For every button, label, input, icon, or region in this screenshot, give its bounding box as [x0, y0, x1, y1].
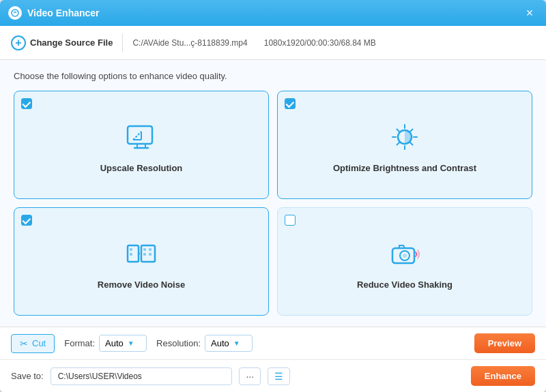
brightness-label: Optimize Brightness and Contrast — [333, 163, 476, 173]
content-area: Choose the following options to enhance … — [0, 60, 546, 327]
source-filename: C:/AVAide Stu...ç-8118839.mp4 — [132, 38, 247, 48]
svg-rect-21 — [149, 253, 152, 256]
folder-icon: ☰ — [274, 371, 283, 382]
svg-rect-1 — [128, 126, 152, 144]
upscale-icon — [122, 118, 160, 156]
brightness-icon — [386, 118, 424, 156]
option-upscale[interactable]: Upscale Resolution — [14, 91, 269, 199]
checkbox-noise[interactable] — [21, 215, 32, 226]
save-label: Save to: — [11, 371, 44, 381]
resolution-value: Auto — [211, 338, 229, 348]
format-group: Format: Auto ▼ — [64, 335, 147, 352]
svg-rect-18 — [143, 248, 146, 251]
shaking-icon — [386, 235, 424, 273]
svg-rect-17 — [130, 253, 132, 256]
cut-label: Cut — [32, 338, 46, 348]
svg-line-13 — [397, 142, 400, 145]
resolution-label: Resolution: — [156, 338, 201, 348]
option-shaking[interactable]: Reduce Video Shaking — [277, 207, 532, 316]
format-label: Format: — [64, 338, 95, 348]
resolution-select[interactable]: Auto ▼ — [205, 335, 253, 352]
source-meta: 1080x1920/00:00:30/68.84 MB — [264, 38, 376, 48]
checkbox-upscale[interactable] — [21, 98, 32, 109]
app-icon — [8, 6, 22, 20]
close-button[interactable]: × — [521, 5, 538, 21]
scissors-icon: ✂ — [20, 338, 28, 349]
window-title: Video Enhancer — [27, 7, 521, 18]
svg-rect-20 — [149, 248, 152, 251]
resolution-arrow-icon: ▼ — [233, 340, 240, 347]
format-value: Auto — [105, 338, 124, 348]
save-folder-button[interactable]: ☰ — [268, 367, 290, 385]
checkbox-shaking[interactable] — [285, 215, 296, 226]
svg-point-24 — [403, 254, 407, 258]
plus-icon: + — [11, 35, 26, 50]
main-window: Video Enhancer × + Change Source File C:… — [0, 0, 546, 392]
save-browse-button[interactable]: ··· — [239, 367, 261, 385]
save-path-input[interactable] — [51, 367, 233, 385]
format-arrow-icon: ▼ — [128, 340, 134, 347]
instruction-text: Choose the following options to enhance … — [14, 71, 532, 81]
bottom-toolbar: ✂ Cut Format: Auto ▼ Resolution: Auto ▼ … — [0, 327, 546, 359]
cut-button[interactable]: ✂ Cut — [11, 334, 55, 353]
svg-line-2 — [133, 132, 141, 140]
resolution-group: Resolution: Auto ▼ — [156, 335, 253, 352]
svg-rect-16 — [130, 248, 132, 251]
shaking-label: Reduce Video Shaking — [357, 280, 452, 290]
source-bar: + Change Source File C:/AVAide Stu...ç-8… — [0, 26, 546, 60]
source-divider — [122, 33, 123, 52]
noise-label: Remove Video Noise — [98, 280, 185, 290]
options-grid: Upscale Resolution — [14, 91, 532, 316]
noise-icon — [122, 235, 160, 273]
option-brightness[interactable]: Optimize Brightness and Contrast — [277, 91, 532, 199]
svg-line-12 — [410, 130, 413, 132]
svg-line-10 — [397, 130, 400, 132]
titlebar: Video Enhancer × — [0, 0, 546, 26]
enhance-button[interactable]: Enhance — [471, 366, 535, 386]
svg-point-0 — [12, 10, 18, 16]
svg-line-11 — [410, 142, 413, 145]
svg-rect-14 — [128, 245, 139, 262]
checkbox-brightness[interactable] — [285, 98, 296, 109]
change-source-button[interactable]: + Change Source File — [11, 33, 113, 53]
format-select[interactable]: Auto ▼ — [99, 335, 147, 352]
preview-button[interactable]: Preview — [474, 333, 535, 353]
save-bar: Save to: ··· ☰ Enhance — [0, 359, 546, 392]
svg-rect-19 — [143, 253, 146, 256]
change-source-label: Change Source File — [30, 37, 113, 48]
upscale-label: Upscale Resolution — [100, 163, 183, 173]
option-noise[interactable]: Remove Video Noise — [14, 207, 269, 316]
